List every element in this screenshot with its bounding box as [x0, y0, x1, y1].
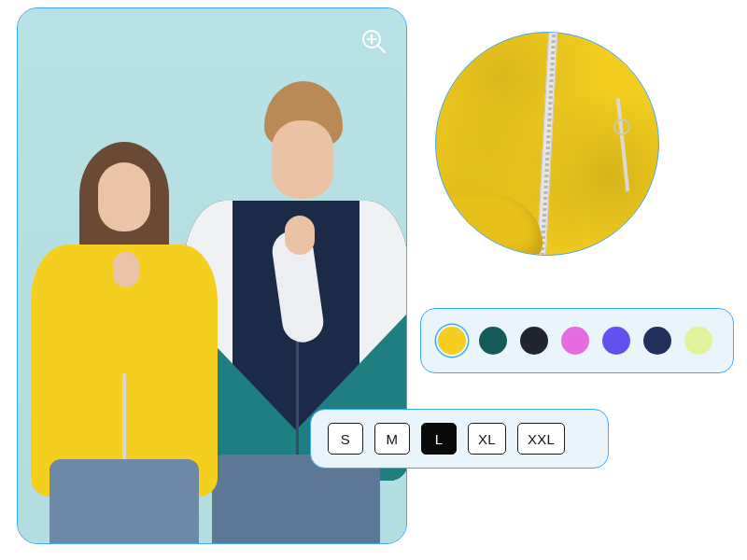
model-left — [31, 142, 218, 543]
size-label: L — [435, 431, 444, 447]
size-label: S — [341, 431, 350, 447]
color-picker-panel — [420, 308, 734, 373]
color-swatch-lime[interactable] — [684, 327, 712, 355]
size-picker-panel: SMLXLXXL — [310, 409, 609, 469]
product-detail-zoom — [435, 32, 659, 256]
color-swatch-charcoal[interactable] — [520, 327, 548, 355]
size-option-m[interactable]: M — [374, 423, 410, 455]
size-label: XL — [478, 431, 496, 447]
color-swatch-navy[interactable] — [643, 327, 671, 355]
size-option-s[interactable]: S — [328, 423, 363, 455]
size-label: XXL — [528, 431, 555, 447]
color-swatch-yellow[interactable] — [438, 327, 466, 355]
zoom-in-button[interactable] — [358, 25, 389, 57]
size-option-xl[interactable]: XL — [468, 423, 506, 455]
color-swatch-pink[interactable] — [561, 327, 589, 355]
size-option-xxl[interactable]: XXL — [517, 423, 565, 455]
pocket-ring-pull — [613, 119, 630, 135]
svg-line-3 — [378, 46, 385, 52]
zoom-in-icon — [359, 27, 388, 55]
color-swatch-violet[interactable] — [602, 327, 630, 355]
color-swatch-teal[interactable] — [479, 327, 507, 355]
size-option-l[interactable]: L — [421, 423, 457, 455]
size-label: M — [387, 431, 399, 447]
